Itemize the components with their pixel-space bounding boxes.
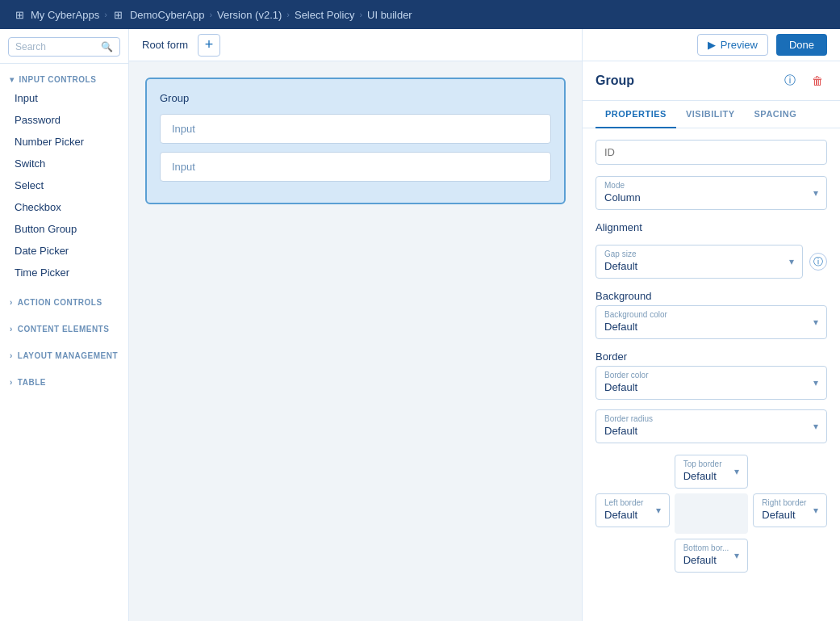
preview-button[interactable]: ▶ Preview [697, 34, 768, 56]
mode-value: Column [596, 190, 826, 209]
bottom-border-select[interactable]: Bottom bor... Default ▾ [675, 539, 749, 573]
breadcrumb-sep-3: › [286, 10, 290, 19]
sidebar-section-table: › TABLE [0, 367, 128, 393]
nav-version[interactable]: Version (v2.1) [217, 9, 282, 21]
right-header-bar: ▶ Preview Done [583, 29, 840, 61]
tab-spacing[interactable]: SPACING [745, 101, 807, 128]
sidebar-section-label-input-controls: INPUT CONTROLS [19, 75, 97, 84]
sidebar-item-time-picker[interactable]: Time Picker [0, 262, 128, 283]
nav-democyberapp[interactable]: ⊞ DemoCyberApp [112, 8, 205, 21]
done-button[interactable]: Done [776, 34, 827, 56]
field-group-id [596, 140, 827, 165]
nav-label-selectpolicy: Select Policy [295, 9, 354, 21]
chevron-right-icon-4: › [10, 378, 13, 387]
sidebar-item-button-group[interactable]: Button Group [0, 218, 128, 240]
sidebar-section-label-layout-management: LAYOUT MANAGEMENT [18, 351, 118, 360]
grid-icon: ⊞ [112, 8, 125, 21]
delete-button[interactable]: 🗑 [808, 71, 827, 90]
mode-label: Mode [596, 177, 826, 190]
nav-my-cyberapps[interactable]: ⊞ My CyberApps [13, 8, 99, 21]
empty-bottom-right [753, 539, 827, 573]
empty-bottom-left [596, 539, 670, 573]
sidebar-section-layout-management: › LAYOUT MANAGEMENT [0, 340, 128, 367]
mode-select[interactable]: Mode Column ▾ [596, 176, 827, 210]
search-icon: 🔍 [101, 41, 113, 52]
props-body: Mode Column ▾ Alignment Gap size [583, 128, 840, 584]
top-border-select[interactable]: Top border Default ▾ [675, 455, 749, 489]
main-layout: 🔍 ▾ INPUT CONTROLS Input Password Number… [0, 29, 840, 621]
canvas-input-1[interactable]: Input [160, 114, 551, 144]
info-button[interactable]: ⓘ [780, 71, 800, 90]
gap-info-button[interactable]: ⓘ [809, 253, 827, 271]
sidebar-item-switch[interactable]: Switch [0, 153, 128, 174]
props-panel-header: Group ⓘ 🗑 [583, 61, 840, 101]
right-border-label: Right border [754, 494, 826, 507]
nav-label-mycyberapps: My CyberApps [31, 9, 99, 21]
border-color-select[interactable]: Border color Default ▾ [596, 366, 827, 400]
preview-icon: ▶ [708, 39, 716, 51]
alignment-label: Alignment [596, 221, 827, 233]
sidebar-item-number-picker[interactable]: Number Picker [0, 131, 128, 153]
breadcrumb-sep-4: › [359, 10, 362, 19]
sidebar-section-header-table[interactable]: › TABLE [0, 375, 128, 390]
empty-top-right [753, 455, 827, 489]
background-color-value: Default [596, 319, 826, 338]
border-radius-select[interactable]: Border radius Default ▾ [596, 409, 827, 443]
canvas-root-form-label: Root form [142, 39, 188, 51]
canvas-toolbar: Root form + [129, 29, 582, 61]
field-group-border-sides: Top border Default ▾ [596, 455, 827, 573]
border-radius-value: Default [596, 423, 826, 443]
bottom-border-cell: Bottom bor... Default ▾ [675, 539, 749, 573]
group-label: Group [160, 92, 551, 104]
sidebar: 🔍 ▾ INPUT CONTROLS Input Password Number… [0, 29, 129, 621]
right-border-select[interactable]: Right border Default ▾ [753, 493, 827, 527]
sidebar-item-date-picker[interactable]: Date Picker [0, 240, 128, 262]
top-nav: ⊞ My CyberApps › ⊞ DemoCyberApp › Versio… [0, 0, 840, 29]
search-wrap: 🔍 [8, 37, 120, 57]
background-color-select[interactable]: Background color Default ▾ [596, 305, 827, 339]
empty-top-left [596, 455, 670, 489]
add-element-button[interactable]: + [198, 34, 220, 57]
field-group-border: Border Border color Default ▾ Border rad… [596, 350, 827, 443]
sidebar-item-checkbox[interactable]: Checkbox [0, 196, 128, 218]
sidebar-item-select[interactable]: Select [0, 174, 128, 196]
preview-label: Preview [721, 39, 758, 51]
sidebar-section-label-content-elements: CONTENT ELEMENTS [18, 325, 110, 334]
bottom-border-value: Default [675, 552, 748, 572]
border-radius-label: Border radius [596, 410, 826, 423]
id-input[interactable] [596, 140, 827, 165]
nav-select-policy[interactable]: Select Policy [295, 9, 354, 21]
canvas-area: Root form + Group Input Input [129, 29, 582, 621]
left-border-select[interactable]: Left border Default ▾ [596, 493, 670, 527]
background-label: Background [596, 290, 827, 302]
left-border-value: Default [596, 507, 669, 527]
tab-visibility[interactable]: VISIBILITY [676, 101, 745, 128]
canvas-input-2[interactable]: Input [160, 152, 551, 182]
field-group-gap: Gap size Default ▾ ⓘ [596, 245, 827, 279]
border-label: Border [596, 350, 827, 363]
canvas-content[interactable]: Group Input Input [129, 61, 582, 621]
sidebar-section-header-content-elements[interactable]: › CONTENT ELEMENTS [0, 321, 128, 337]
sidebar-item-input[interactable]: Input [0, 87, 128, 109]
nav-ui-builder[interactable]: UI builder [367, 9, 412, 21]
left-border-cell: Left border Default ▾ [596, 493, 670, 534]
sidebar-item-password[interactable]: Password [0, 109, 128, 131]
sidebar-section-input-controls: ▾ INPUT CONTROLS Input Password Number P… [0, 64, 128, 287]
sidebar-section-action-controls: › ACTION CONTROLS [0, 287, 128, 313]
top-border-value: Default [675, 468, 748, 488]
sidebar-section-header-input-controls[interactable]: ▾ INPUT CONTROLS [0, 72, 128, 87]
gap-size-select[interactable]: Gap size Default ▾ [596, 245, 803, 279]
search-input[interactable] [15, 41, 96, 52]
background-color-label: Background color [596, 306, 826, 319]
tab-properties[interactable]: PROPERTIES [596, 101, 676, 128]
sidebar-section-label-action-controls: ACTION CONTROLS [18, 298, 102, 307]
border-center-cell [675, 493, 749, 534]
chevron-right-icon-3: › [10, 351, 13, 360]
sidebar-section-header-action-controls[interactable]: › ACTION CONTROLS [0, 295, 128, 310]
left-border-label: Left border [596, 494, 669, 507]
right-border-value: Default [754, 507, 826, 527]
right-border-cell: Right border Default ▾ [753, 493, 827, 534]
group-container[interactable]: Group Input Input [145, 78, 566, 204]
sidebar-section-header-layout-management[interactable]: › LAYOUT MANAGEMENT [0, 348, 128, 363]
sidebar-search-area: 🔍 [0, 29, 128, 64]
